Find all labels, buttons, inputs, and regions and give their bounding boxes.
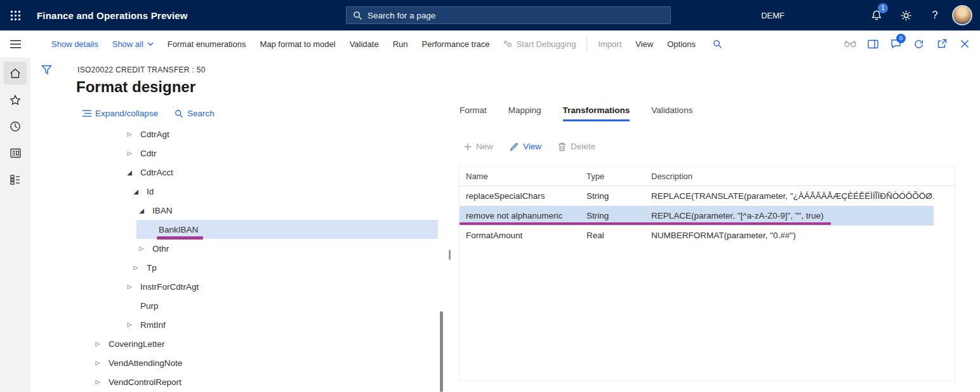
- settings-button[interactable]: [891, 0, 920, 30]
- task-recorder-button[interactable]: [840, 34, 861, 55]
- tree-node[interactable]: CoveringLetter: [30, 334, 451, 353]
- tree-node[interactable]: InstrForCdtrAgt: [30, 277, 451, 296]
- chevron-collapsed-icon[interactable]: [93, 341, 103, 347]
- messages-button[interactable]: 0: [885, 34, 906, 55]
- chevron-collapsed-icon[interactable]: [93, 379, 103, 385]
- tree-scrollbar-thumb[interactable]: [440, 311, 443, 392]
- close-page-button[interactable]: [954, 34, 975, 55]
- debug-icon: [503, 40, 512, 48]
- page-search-box[interactable]: [346, 6, 671, 24]
- grid-row[interactable]: replaceSpecialChars String REPLACE(TRANS…: [460, 186, 934, 206]
- tree-node[interactable]: CdtrAcct: [30, 163, 451, 182]
- close-icon: [960, 39, 969, 48]
- tree-node-label: IBAN: [152, 206, 173, 215]
- grid-toolbar: New View Delete: [464, 142, 595, 151]
- tree-node[interactable]: Othr: [30, 239, 451, 258]
- tree-node[interactable]: VendControlReport: [30, 372, 451, 391]
- cell-description: REPLACE(TRANSLATE(parameter, "¿ÀÁÂÃÄÅÆÇÈ…: [651, 191, 934, 201]
- expand-collapse-button[interactable]: Expand/collapse: [83, 109, 158, 118]
- show-all-dropdown[interactable]: Show all: [105, 39, 161, 49]
- tree-node[interactable]: CdtrAgt: [30, 125, 451, 144]
- tree-node-label: VendAttendingNote: [109, 358, 182, 368]
- chevron-collapsed-icon[interactable]: [124, 150, 135, 156]
- tree-node[interactable]: Cdtr: [30, 144, 451, 163]
- options-menu-button[interactable]: Options: [660, 39, 703, 49]
- chevron-collapsed-icon[interactable]: [136, 245, 147, 252]
- chevron-expanded-icon[interactable]: [136, 207, 147, 214]
- import-button[interactable]: Import: [591, 39, 628, 49]
- detail-tabs: Format Mapping Transformations Validatio…: [460, 105, 692, 121]
- tree-node[interactable]: IBAN: [30, 201, 451, 220]
- user-avatar[interactable]: [952, 5, 972, 25]
- annotation-underline-grid-row: [460, 222, 831, 225]
- view-button[interactable]: View: [510, 142, 541, 151]
- sidepane-button[interactable]: [863, 34, 884, 55]
- pane-splitter[interactable]: [449, 250, 451, 260]
- show-details-button[interactable]: Show details: [44, 39, 105, 49]
- chevron-collapsed-icon[interactable]: [93, 360, 103, 366]
- clock-icon: [10, 121, 21, 132]
- tree-node-label: Tp: [147, 263, 157, 273]
- grid-row[interactable]: FormatAmount Real NUMBERFORMAT(parameter…: [460, 226, 934, 245]
- view-menu-button[interactable]: View: [628, 39, 660, 49]
- cell-type: String: [586, 191, 651, 201]
- tree-node[interactable]: Purp: [30, 296, 451, 315]
- tree-node-selected[interactable]: BankIBAN: [30, 220, 451, 239]
- column-header-name[interactable]: Name: [460, 172, 586, 181]
- page-body: ISO20022 CREDIT TRANSFER : 50 Format des…: [30, 57, 980, 392]
- tree-node[interactable]: VendAttendingNote: [30, 353, 451, 372]
- popout-icon: [937, 39, 947, 49]
- help-button[interactable]: ?: [920, 0, 950, 30]
- rail-recent-button[interactable]: [0, 113, 30, 140]
- chevron-collapsed-icon[interactable]: [131, 264, 141, 271]
- notifications-button[interactable]: 1: [862, 0, 891, 30]
- tree-node-label: CoveringLetter: [109, 339, 165, 349]
- format-enumerations-button[interactable]: Format enumerations: [161, 39, 253, 49]
- tree-node[interactable]: RmtInf: [30, 315, 451, 334]
- validate-button[interactable]: Validate: [343, 39, 386, 49]
- site-map-button[interactable]: [0, 30, 30, 57]
- chevron-expanded-icon[interactable]: [124, 169, 135, 176]
- rail-favorites-button[interactable]: [0, 86, 30, 113]
- tree-node[interactable]: Id: [30, 182, 451, 201]
- command-bar-separator: [586, 37, 587, 51]
- app-window: Finance and Operations Preview DEMF 1 ?: [0, 0, 980, 392]
- rail-workspaces-button[interactable]: [0, 166, 30, 193]
- page-caption: ISO20022 CREDIT TRANSFER : 50: [77, 65, 206, 74]
- delete-button[interactable]: Delete: [558, 142, 595, 151]
- tree-node-label: BankIBAN: [159, 225, 198, 234]
- cell-description: REPLACE(parameter, "[^a-zA-Z0-9]", "", t…: [651, 211, 934, 220]
- column-header-type[interactable]: Type: [586, 172, 651, 181]
- chevron-collapsed-icon[interactable]: [124, 131, 135, 137]
- tree-node-label: InstrForCdtrAgt: [140, 282, 199, 292]
- refresh-button[interactable]: [908, 34, 929, 55]
- star-icon: [10, 95, 21, 105]
- chevron-collapsed-icon[interactable]: [124, 321, 135, 328]
- glasses-icon: [844, 40, 856, 48]
- run-button[interactable]: Run: [386, 39, 415, 49]
- tab-validations[interactable]: Validations: [651, 105, 692, 121]
- performance-trace-button[interactable]: Performance trace: [415, 39, 497, 49]
- tree-search-button[interactable]: Search: [175, 109, 215, 118]
- column-header-description[interactable]: Description: [651, 172, 955, 181]
- chevron-down-icon: [147, 42, 154, 46]
- filter-button[interactable]: [41, 65, 52, 75]
- action-search-button[interactable]: [713, 39, 722, 49]
- rail-home-button[interactable]: [0, 60, 30, 86]
- rail-news-button[interactable]: [0, 140, 30, 166]
- chevron-collapsed-icon[interactable]: [124, 283, 135, 290]
- tree-node[interactable]: Tp: [30, 258, 451, 277]
- company-selector[interactable]: DEMF: [755, 11, 791, 20]
- map-format-to-model-button[interactable]: Map format to model: [253, 39, 342, 49]
- app-launcher-button[interactable]: [0, 0, 30, 30]
- page-search-input[interactable]: [368, 11, 664, 20]
- tab-mapping[interactable]: Mapping: [508, 105, 541, 121]
- start-debugging-button[interactable]: Start Debugging: [496, 39, 583, 49]
- popout-button[interactable]: [931, 34, 952, 55]
- cell-description: NUMBERFORMAT(parameter, "0.##"): [651, 231, 934, 240]
- tab-transformations[interactable]: Transformations: [563, 105, 630, 121]
- sidepane-icon: [868, 39, 878, 49]
- new-button[interactable]: New: [464, 142, 493, 151]
- chevron-expanded-icon[interactable]: [131, 188, 141, 195]
- tab-format[interactable]: Format: [460, 105, 487, 121]
